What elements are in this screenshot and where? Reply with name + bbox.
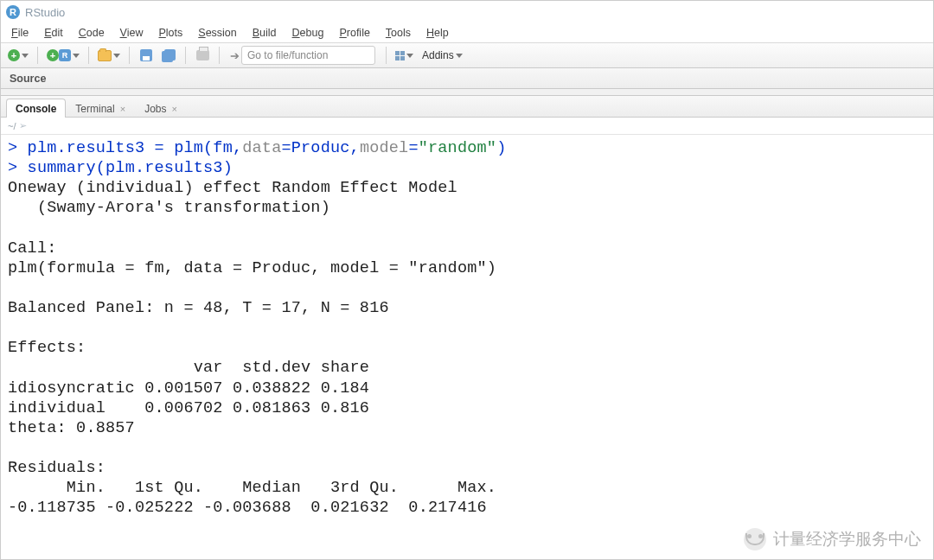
rproject-icon: R: [59, 49, 71, 61]
menu-profile[interactable]: Profile: [332, 25, 376, 41]
menu-help[interactable]: Help: [419, 25, 456, 41]
separator: [129, 47, 130, 64]
tab-console-label: Console: [16, 103, 56, 115]
addins-button[interactable]: Addins: [419, 46, 466, 65]
console-cmd2: summary(plm.results3): [28, 159, 233, 177]
console-cmd1-e: =: [408, 139, 418, 157]
separator: [88, 47, 89, 64]
menu-debug[interactable]: Debug: [285, 25, 331, 41]
chevron-down-icon: [73, 54, 80, 58]
rstudio-logo-icon: R: [6, 5, 20, 19]
close-icon[interactable]: ×: [120, 104, 125, 114]
menu-edit[interactable]: Edit: [37, 25, 70, 41]
plus-icon: +: [8, 49, 20, 61]
save-all-icon: [162, 49, 176, 62]
tab-terminal[interactable]: Terminal ×: [66, 99, 135, 118]
tab-console[interactable]: Console: [6, 99, 66, 118]
goto-input[interactable]: Go to file/function: [241, 46, 375, 65]
tab-terminal-label: Terminal: [75, 103, 114, 115]
folder-open-icon: [98, 50, 112, 61]
source-pane-header: Source: [1, 68, 933, 89]
addins-label: Addins: [422, 49, 454, 61]
new-file-button[interactable]: +: [6, 46, 30, 65]
console-send-icon[interactable]: ➢: [19, 120, 27, 131]
print-button[interactable]: [193, 46, 212, 65]
menu-build[interactable]: Build: [246, 25, 284, 41]
chevron-down-icon: [113, 54, 120, 58]
prompt: >: [8, 139, 28, 157]
chevron-down-icon: [406, 54, 413, 58]
close-icon[interactable]: ×: [172, 104, 177, 114]
goto-file-function[interactable]: ➔ Go to file/function: [227, 46, 379, 65]
goto-arrow-icon: ➔: [230, 49, 240, 62]
console-subbar: ~/ ➢: [1, 118, 933, 135]
plus-icon: +: [47, 49, 59, 61]
menu-code[interactable]: Code: [72, 25, 112, 41]
console-cmd1-f: "random": [419, 139, 496, 157]
printer-icon: [196, 50, 209, 60]
titlebar: R RStudio: [1, 1, 933, 23]
menu-file[interactable]: File: [4, 25, 35, 41]
console-cmd1-a: plm.results3 = plm(fm,: [28, 139, 243, 157]
tab-jobs-label: Jobs: [144, 103, 166, 115]
menu-tools[interactable]: Tools: [379, 25, 418, 41]
wechat-icon: [744, 528, 766, 550]
pane-gap: [1, 89, 933, 96]
console-cmd1-g: ): [496, 139, 506, 157]
separator: [219, 47, 220, 64]
menubar: File Edit Code View Plots Session Build …: [1, 23, 933, 42]
window-title: RStudio: [25, 6, 65, 19]
save-button[interactable]: [137, 46, 156, 65]
separator: [185, 47, 186, 64]
chevron-down-icon: [456, 54, 463, 58]
console-cmd1-d: model: [360, 139, 409, 157]
save-icon: [140, 49, 152, 61]
menu-view[interactable]: View: [113, 25, 150, 41]
console-tabstrip: Console Terminal × Jobs ×: [1, 96, 933, 118]
tab-jobs[interactable]: Jobs ×: [135, 99, 187, 118]
console-cmd1-c: =Produc,: [281, 139, 359, 157]
console-output-text: Oneway (individual) effect Random Effect…: [8, 179, 506, 517]
watermark-text: 计量经济学服务中心: [773, 528, 921, 550]
new-project-button[interactable]: + R: [45, 46, 81, 65]
watermark: 计量经济学服务中心: [744, 528, 921, 550]
chevron-down-icon: [22, 54, 29, 58]
console-path: ~/: [8, 121, 16, 131]
menu-session[interactable]: Session: [191, 25, 243, 41]
save-all-button[interactable]: [159, 46, 178, 65]
console-cmd1-b: data: [242, 139, 281, 157]
separator: [37, 47, 38, 64]
open-file-button[interactable]: [96, 46, 122, 65]
separator: [386, 47, 387, 64]
toolbar: + + R ➔ Go to file/function Addins: [1, 42, 933, 68]
goto-placeholder: Go to file/function: [247, 49, 328, 61]
source-pane-label: Source: [10, 73, 46, 85]
pane-layout-button[interactable]: [393, 46, 415, 65]
menu-plots[interactable]: Plots: [151, 25, 189, 41]
console-output[interactable]: > plm.results3 = plm(fm,data=Produc,mode…: [1, 135, 933, 521]
grid-icon: [395, 51, 405, 60]
prompt: >: [8, 159, 28, 177]
